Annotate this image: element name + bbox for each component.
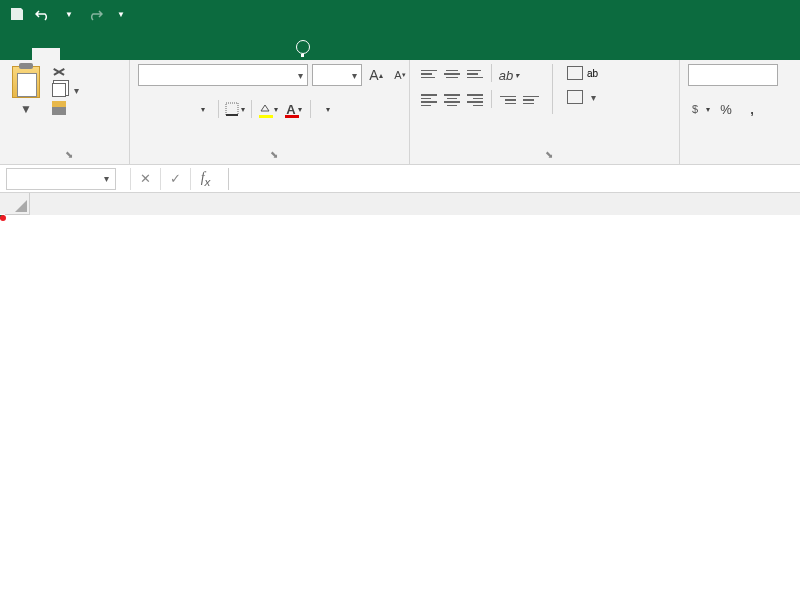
save-icon[interactable] <box>8 5 26 23</box>
bulb-icon <box>296 40 310 54</box>
percent-button[interactable]: % <box>714 98 738 120</box>
comma-button[interactable]: , <box>740 98 764 120</box>
orientation-button[interactable]: ab▾ <box>497 64 521 86</box>
dialog-launcher-icon[interactable]: ⬊ <box>65 149 73 160</box>
phonetic-guide-button[interactable]: ▾ <box>315 98 339 120</box>
tab-special-features[interactable] <box>256 48 284 60</box>
cut-button[interactable] <box>50 64 81 80</box>
customize-qat-icon[interactable]: ▼ <box>112 5 130 23</box>
font-size-selector[interactable]: ▾ <box>312 64 362 86</box>
tell-me-search[interactable] <box>292 34 318 60</box>
select-all-corner[interactable] <box>0 193 30 215</box>
formula-input[interactable] <box>228 168 800 190</box>
fill-color-button[interactable]: ▾ <box>256 98 280 120</box>
tab-help[interactable] <box>228 48 256 60</box>
align-left-button[interactable] <box>418 90 440 110</box>
format-painter-button[interactable] <box>50 100 81 116</box>
svg-rect-0 <box>226 103 238 115</box>
ribbon-tabs <box>0 28 800 60</box>
chevron-down-icon: ▾ <box>74 85 79 96</box>
underline-button[interactable]: ▾ <box>190 98 214 120</box>
number-format-selector[interactable] <box>688 64 778 86</box>
chevron-down-icon: ▼ <box>20 102 32 116</box>
scissors-icon <box>52 65 66 79</box>
tab-insert[interactable] <box>60 48 88 60</box>
increase-font-button[interactable]: A▴ <box>366 65 386 85</box>
align-middle-button[interactable] <box>441 64 463 84</box>
align-center-button[interactable] <box>441 90 463 110</box>
undo-dropdown-icon[interactable]: ▼ <box>60 5 78 23</box>
font-name-selector[interactable]: ▾ <box>138 64 308 86</box>
ribbon: ▼ ▾ ⬊ <box>0 60 800 165</box>
tab-review[interactable] <box>172 48 200 60</box>
paste-button[interactable]: ▼ <box>8 64 44 118</box>
tab-file[interactable] <box>10 48 32 60</box>
insert-function-button[interactable]: fx <box>190 168 220 190</box>
chevron-down-icon: ▾ <box>352 70 357 81</box>
wrap-text-icon <box>567 66 583 80</box>
formula-bar: ▾ ✕ ✓ fx <box>0 165 800 193</box>
borders-button[interactable]: ▾ <box>223 98 247 120</box>
tab-view[interactable] <box>200 48 228 60</box>
tab-home[interactable] <box>32 48 60 60</box>
align-right-button[interactable] <box>464 90 486 110</box>
decrease-font-button[interactable]: A▾ <box>390 65 410 85</box>
decrease-indent-button[interactable] <box>497 90 519 110</box>
tab-page-layout[interactable] <box>88 48 116 60</box>
merge-icon <box>567 90 583 104</box>
font-color-button[interactable]: A ▾ <box>282 98 306 120</box>
tab-formulas[interactable] <box>116 48 144 60</box>
dialog-launcher-icon[interactable]: ⬊ <box>270 149 278 160</box>
bold-button[interactable] <box>138 98 162 120</box>
brush-icon <box>52 101 66 115</box>
paste-icon <box>12 66 40 98</box>
merge-center-button[interactable]: ▾ <box>563 88 606 106</box>
align-top-button[interactable] <box>418 64 440 84</box>
chevron-down-icon: ▾ <box>104 173 109 184</box>
cancel-formula-button[interactable]: ✕ <box>130 168 160 190</box>
wrap-text-button[interactable]: ab <box>563 64 606 82</box>
dialog-launcher-icon[interactable]: ⬊ <box>545 149 553 160</box>
quick-access-toolbar: ▼ ▼ <box>0 0 800 28</box>
chevron-down-icon: ▾ <box>298 70 303 81</box>
selection-border <box>0 215 4 219</box>
undo-icon[interactable] <box>34 5 52 23</box>
increase-indent-button[interactable] <box>520 90 542 110</box>
name-box[interactable]: ▾ <box>6 168 116 190</box>
italic-button[interactable] <box>164 98 188 120</box>
copy-button[interactable]: ▾ <box>50 82 81 98</box>
align-bottom-button[interactable] <box>464 64 486 84</box>
worksheet-grid[interactable] <box>0 193 800 215</box>
enter-formula-button[interactable]: ✓ <box>160 168 190 190</box>
tab-data[interactable] <box>144 48 172 60</box>
accounting-format-button[interactable]: $▾ <box>688 98 712 120</box>
copy-icon <box>52 83 66 97</box>
redo-icon[interactable] <box>86 5 104 23</box>
red-highlight-annotation <box>0 215 6 221</box>
svg-text:$: $ <box>692 103 698 115</box>
